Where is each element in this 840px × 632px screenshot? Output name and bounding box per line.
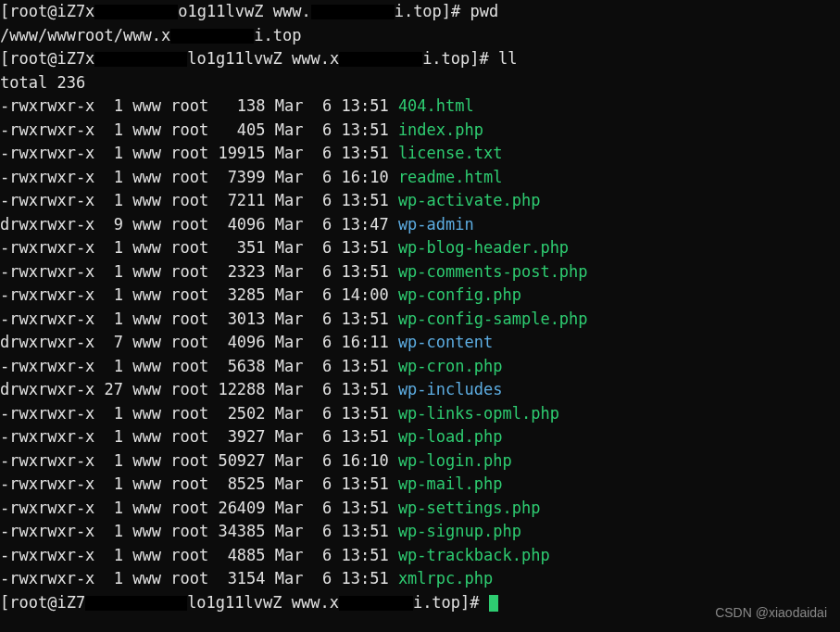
file-perms: -rwxrwxr-x 1 www root 2502 Mar 6 13:51 <box>0 404 398 423</box>
file-name: wp-signup.php <box>398 522 521 540</box>
file-perms: drwxrwxr-x 7 www root 4096 Mar 6 16:11 <box>0 333 398 351</box>
file-name: wp-comments-post.php <box>398 262 588 281</box>
prompt-suffix: i.top]# <box>395 2 470 20</box>
file-perms: -rwxrwxr-x 1 www root 50927 Mar 6 16:10 <box>0 451 398 470</box>
file-perms: -rwxrwxr-x 1 www root 405 Mar 6 13:51 <box>0 120 398 139</box>
file-name: wp-load.php <box>398 427 503 446</box>
path-prefix: /www/wwwroot/www.x <box>0 26 170 44</box>
file-perms: -rwxrwxr-x 1 www root 2323 Mar 6 13:51 <box>0 262 398 281</box>
file-listing: -rwxrwxr-x 1 www root 138 Mar 6 13:51 40… <box>0 95 588 591</box>
file-perms: drwxrwxr-x 27 www root 12288 Mar 6 13:51 <box>0 380 398 398</box>
list-item: -rwxrwxr-x 1 www root 4885 Mar 6 13:51 w… <box>0 544 588 568</box>
redacted-block <box>311 5 395 19</box>
file-perms: -rwxrwxr-x 1 www root 26409 Mar 6 13:51 <box>0 499 398 517</box>
prompt-line-2: [root@iZ7xlo1g11lvwZ www.xi.top]# ll <box>0 47 588 71</box>
list-item: -rwxrwxr-x 1 www root 3154 Mar 6 13:51 x… <box>0 567 588 591</box>
path-suffix: i.top <box>254 26 301 44</box>
file-perms: -rwxrwxr-x 1 www root 8525 Mar 6 13:51 <box>0 474 398 493</box>
list-item: -rwxrwxr-x 1 www root 34385 Mar 6 13:51 … <box>0 520 588 544</box>
list-item: -rwxrwxr-x 1 www root 3285 Mar 6 14:00 w… <box>0 284 588 308</box>
prompt-line-3: [root@iZ7lo1g11lvwZ www.xi.top]# <box>0 591 588 615</box>
file-name: wp-admin <box>398 215 474 234</box>
prompt-middle: o1g11lvwZ www. <box>178 2 310 20</box>
file-name: wp-content <box>398 333 493 351</box>
list-item: -rwxrwxr-x 1 www root 2323 Mar 6 13:51 w… <box>0 260 588 284</box>
redacted-block <box>170 29 254 44</box>
file-perms: -rwxrwxr-x 1 www root 3927 Mar 6 13:51 <box>0 427 398 446</box>
list-item: -rwxrwxr-x 1 www root 138 Mar 6 13:51 40… <box>0 95 588 119</box>
file-name: wp-activate.php <box>398 191 541 209</box>
prompt-prefix: [root@iZ7 <box>0 593 85 612</box>
redacted-block <box>94 52 187 67</box>
list-item: -rwxrwxr-x 1 www root 3013 Mar 6 13:51 w… <box>0 308 588 332</box>
file-name: 404.html <box>398 96 474 115</box>
redacted-block <box>85 596 187 611</box>
file-perms: -rwxrwxr-x 1 www root 3154 Mar 6 13:51 <box>0 569 398 588</box>
list-item: -rwxrwxr-x 1 www root 2502 Mar 6 13:51 w… <box>0 402 588 426</box>
list-item: -rwxrwxr-x 1 www root 8525 Mar 6 13:51 w… <box>0 473 588 497</box>
prompt-line-1: [root@iZ7xo1g11lvwZ www.i.top]# pwd <box>0 0 588 24</box>
file-name: wp-trackback.php <box>398 546 550 564</box>
list-item: -rwxrwxr-x 1 www root 7211 Mar 6 13:51 w… <box>0 189 588 213</box>
prompt-prefix: [root@iZ7x <box>0 2 94 20</box>
file-perms: -rwxrwxr-x 1 www root 4885 Mar 6 13:51 <box>0 546 398 564</box>
file-perms: -rwxrwxr-x 1 www root 138 Mar 6 13:51 <box>0 96 398 115</box>
file-perms: -rwxrwxr-x 1 www root 3285 Mar 6 14:00 <box>0 285 398 304</box>
list-item: drwxrwxr-x 27 www root 12288 Mar 6 13:51… <box>0 378 588 402</box>
redacted-block <box>94 5 178 19</box>
file-name: xmlrpc.php <box>398 569 493 588</box>
file-name: wp-links-opml.php <box>398 404 559 423</box>
prompt-prefix: [root@iZ7x <box>0 49 94 68</box>
prompt-middle: lo1g11lvwZ www.x <box>187 593 339 612</box>
list-item: -rwxrwxr-x 1 www root 19915 Mar 6 13:51 … <box>0 142 588 166</box>
list-item: -rwxrwxr-x 1 www root 405 Mar 6 13:51 in… <box>0 119 588 143</box>
terminal-output[interactable]: [root@iZ7xo1g11lvwZ www.i.top]# pwd /www… <box>0 0 588 614</box>
file-perms: -rwxrwxr-x 1 www root 7211 Mar 6 13:51 <box>0 191 398 209</box>
watermark: CSDN @xiaodaidai <box>715 603 827 623</box>
file-name: license.txt <box>398 144 503 162</box>
list-item: -rwxrwxr-x 1 www root 50927 Mar 6 16:10 … <box>0 449 588 474</box>
prompt-suffix: i.top]# <box>413 593 489 612</box>
file-name: wp-login.php <box>398 451 512 470</box>
file-name: wp-settings.php <box>398 499 541 517</box>
list-item: drwxrwxr-x 9 www root 4096 Mar 6 13:47 w… <box>0 213 588 237</box>
redacted-block <box>339 52 422 67</box>
total-line: total 236 <box>0 71 588 95</box>
file-perms: drwxrwxr-x 9 www root 4096 Mar 6 13:47 <box>0 215 398 234</box>
file-name: wp-cron.php <box>398 357 503 375</box>
file-perms: -rwxrwxr-x 1 www root 5638 Mar 6 13:51 <box>0 357 398 375</box>
list-item: -rwxrwxr-x 1 www root 26409 Mar 6 13:51 … <box>0 497 588 521</box>
file-name: wp-blog-header.php <box>398 238 569 257</box>
file-name: readme.html <box>398 168 503 186</box>
file-perms: -rwxrwxr-x 1 www root 351 Mar 6 13:51 <box>0 238 398 257</box>
file-name: wp-mail.php <box>398 474 503 493</box>
list-item: -rwxrwxr-x 1 www root 351 Mar 6 13:51 wp… <box>0 236 588 260</box>
redacted-block <box>339 596 413 611</box>
file-name: wp-includes <box>398 380 503 398</box>
list-item: -rwxrwxr-x 1 www root 3927 Mar 6 13:51 w… <box>0 425 588 449</box>
command-pwd: pwd <box>470 2 499 20</box>
list-item: -rwxrwxr-x 1 www root 7399 Mar 6 16:10 r… <box>0 166 588 190</box>
file-perms: -rwxrwxr-x 1 www root 34385 Mar 6 13:51 <box>0 522 398 540</box>
prompt-suffix: i.top]# <box>422 49 498 68</box>
list-item: -rwxrwxr-x 1 www root 5638 Mar 6 13:51 w… <box>0 355 588 379</box>
pwd-output: /www/wwwroot/www.xi.top <box>0 24 588 48</box>
command-ll: ll <box>498 49 517 68</box>
file-name: wp-config-sample.php <box>398 310 588 328</box>
list-item: drwxrwxr-x 7 www root 4096 Mar 6 16:11 w… <box>0 331 588 355</box>
file-perms: -rwxrwxr-x 1 www root 7399 Mar 6 16:10 <box>0 168 398 186</box>
file-perms: -rwxrwxr-x 1 www root 3013 Mar 6 13:51 <box>0 310 398 328</box>
file-perms: -rwxrwxr-x 1 www root 19915 Mar 6 13:51 <box>0 144 398 162</box>
prompt-middle: lo1g11lvwZ www.x <box>187 49 339 68</box>
terminal-cursor <box>489 595 498 612</box>
file-name: wp-config.php <box>398 285 521 304</box>
file-name: index.php <box>398 120 483 139</box>
